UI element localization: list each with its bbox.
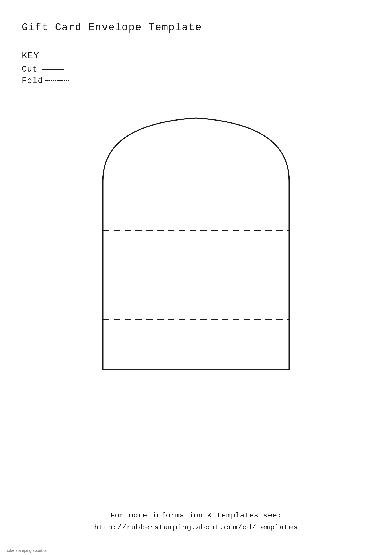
- envelope-diagram: [90, 98, 302, 380]
- page-title: Gift Card Envelope Template: [22, 22, 370, 33]
- page: Gift Card Envelope Template KEY Cut Fold: [0, 0, 392, 555]
- footer: For more information & templates see: ht…: [0, 510, 392, 533]
- envelope-wrapper: [90, 98, 302, 380]
- key-cut-label: Cut: [22, 65, 38, 74]
- key-cut-line-icon: [42, 69, 64, 70]
- key-fold-line-icon: [45, 80, 69, 81]
- key-heading: KEY: [22, 51, 370, 61]
- footer-line1: For more information & templates see:: [0, 510, 392, 521]
- watermark: rubberstamping.about.com: [4, 548, 51, 553]
- key-cut: Cut: [22, 65, 370, 74]
- envelope-container: [22, 98, 370, 380]
- footer-line2: http://rubberstamping.about.com/od/templ…: [0, 522, 392, 533]
- key-fold-label: Fold: [22, 76, 43, 85]
- key-section: KEY Cut Fold: [22, 51, 370, 85]
- key-fold: Fold: [22, 76, 370, 85]
